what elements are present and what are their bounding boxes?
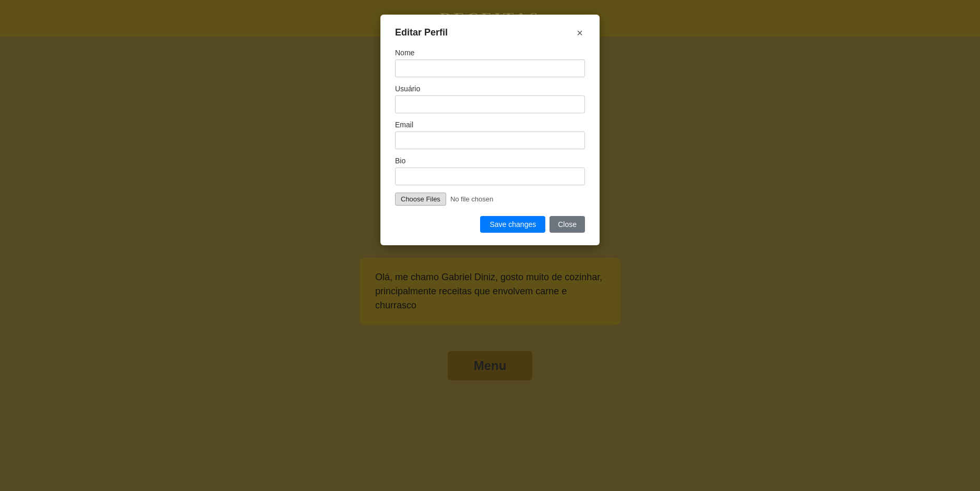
file-input-row: Choose Files No file chosen (395, 193, 585, 206)
modal-footer: Save changes Close (395, 216, 585, 233)
bio-field-group: Bio (395, 157, 585, 185)
choose-files-button[interactable]: Choose Files (395, 193, 446, 206)
edit-profile-modal: Editar Perfil × Nome Usuário Email Bio C… (380, 15, 600, 245)
email-field-group: Email (395, 121, 585, 149)
modal-close-button[interactable]: × (575, 28, 585, 38)
nome-input[interactable] (395, 59, 585, 77)
email-input[interactable] (395, 131, 585, 149)
bio-input[interactable] (395, 167, 585, 185)
bio-label: Bio (395, 157, 585, 165)
nome-label: Nome (395, 49, 585, 57)
usuario-field-group: Usuário (395, 85, 585, 113)
modal-header: Editar Perfil × (395, 27, 585, 38)
close-button[interactable]: Close (549, 216, 585, 233)
usuario-input[interactable] (395, 95, 585, 113)
save-changes-button[interactable]: Save changes (480, 216, 545, 233)
modal-overlay: Editar Perfil × Nome Usuário Email Bio C… (0, 0, 980, 491)
email-label: Email (395, 121, 585, 129)
usuario-label: Usuário (395, 85, 585, 93)
modal-title: Editar Perfil (395, 27, 448, 38)
nome-field-group: Nome (395, 49, 585, 77)
no-file-label: No file chosen (450, 195, 493, 203)
